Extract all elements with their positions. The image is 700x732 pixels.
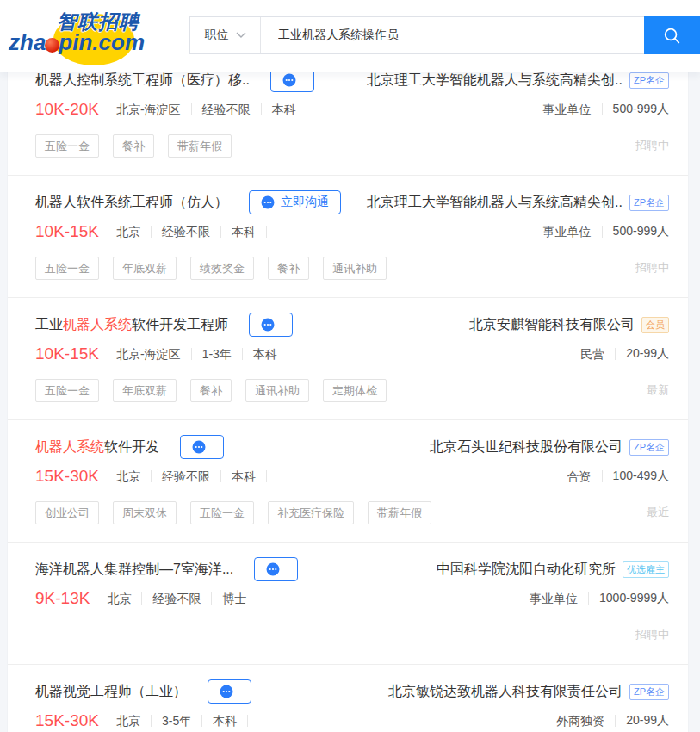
benefit-tag: 带薪年假: [168, 134, 232, 158]
job-meta: 北京经验不限本科: [106, 226, 267, 238]
job-title[interactable]: 机器人控制系统工程师（医疗）移..: [35, 71, 250, 90]
benefit-tag: 年底双薪: [113, 379, 177, 402]
chat-now-button[interactable]: [180, 435, 224, 459]
job-status: 招聘中: [635, 138, 669, 153]
job-listing: 机器视觉工程师（工业） 北京敏锐达致机器人科技有限责任公司 ZP名企 15K-3…: [8, 665, 688, 732]
chat-now-button[interactable]: 立即沟通: [249, 190, 341, 214]
company-type: 民营: [580, 348, 616, 360]
company-meta: 合资 100-499人: [567, 468, 669, 484]
company-badge: ZP名企: [629, 195, 669, 211]
salary: 9K-13K: [35, 589, 90, 608]
zhaopin-logo[interactable]: 智联招聘 zhapin.com: [9, 7, 159, 67]
search-input[interactable]: [261, 17, 644, 53]
company-badge: 优选雇主: [623, 561, 669, 578]
company-type: 事业单位: [543, 226, 603, 238]
job-title-text: 机器人控制系统工程师（医疗）移..: [35, 72, 250, 87]
job-meta-item: 本科: [202, 715, 248, 727]
results-card: 机器人控制系统工程师（医疗）移.. 北京理工大学智能机器人与系统高精尖创.. Z…: [7, 0, 689, 732]
salary: 15K-30K: [35, 467, 99, 486]
job-meta-item: 北京: [106, 226, 152, 238]
job-listing: 工业机器人系统软件开发工程师 北京安麒智能科技有限公司 会员 10K-15K 北…: [8, 298, 688, 420]
job-meta: 北京经验不限本科: [106, 470, 267, 482]
job-meta-item: 北京: [106, 470, 152, 482]
job-title-text: 海洋机器人集群控制—7室海洋...: [35, 561, 233, 576]
company-size: 500-999人: [613, 224, 669, 239]
company-badge: 会员: [641, 317, 669, 333]
company-meta: 事业单位 1000-9999人: [530, 591, 669, 606]
chat-now-button[interactable]: [254, 557, 298, 581]
company-size: 20-99人: [626, 713, 669, 729]
benefit-tags: 五险一金年底双薪餐补通讯补助定期体检: [35, 379, 400, 402]
benefit-tag: 定期体检: [323, 379, 387, 402]
benefit-tag: 餐补: [190, 379, 232, 402]
company-badge: ZP名企: [629, 72, 669, 89]
job-title-text: 工业: [35, 317, 63, 332]
benefit-tag: 五险一金: [35, 379, 99, 402]
benefit-tag: 通讯补助: [323, 257, 387, 280]
company-size: 1000-9999人: [599, 591, 669, 606]
benefit-tag: 年底双薪: [113, 257, 177, 280]
job-meta: 北京经验不限博士: [96, 592, 257, 605]
logo-domain-prefix: zha: [9, 29, 46, 56]
chat-bubble-icon: [220, 685, 233, 698]
benefit-tag: 通讯补助: [245, 379, 309, 402]
company-meta: 外商独资 20-99人: [556, 713, 669, 729]
job-title[interactable]: 机器人系统软件开发: [35, 438, 159, 456]
job-meta: 北京3-5年本科: [106, 715, 248, 727]
benefit-tags: 创业公司周末双休五险一金补充医疗保险带薪年假: [35, 501, 445, 524]
chevron-down-icon: [236, 32, 246, 39]
benefit-tag: 补充医疗保险: [268, 501, 354, 524]
search-category-label: 职位: [205, 28, 229, 43]
benefit-tag: 五险一金: [190, 501, 254, 524]
job-title-text: 机器人软件系统工程师（仿人）: [35, 195, 228, 209]
company-name[interactable]: 北京理工大学智能机器人与系统高精尖创..: [367, 194, 623, 212]
benefit-tag: 带薪年假: [368, 501, 431, 524]
logo-domain-text: zhapin.com: [9, 29, 145, 56]
salary: 15K-30K: [35, 711, 99, 730]
chat-bubble-icon: [282, 73, 296, 87]
job-title[interactable]: 海洋机器人集群控制—7室海洋...: [35, 561, 233, 579]
company-type: 事业单位: [530, 592, 589, 605]
job-listing: 机器人软件系统工程师（仿人） 立即沟通 北京理工大学智能机器人与系统高精尖创..…: [8, 176, 688, 298]
site-header: 智联招聘 zhapin.com 职位: [0, 0, 700, 72]
benefit-tags: 五险一金年底双薪绩效奖金餐补通讯补助: [35, 257, 400, 280]
search-bar: 职位: [189, 16, 700, 54]
salary: 10K-15K: [35, 344, 99, 363]
search-button[interactable]: [644, 16, 700, 54]
salary: 10K-15K: [35, 222, 99, 241]
chat-now-button[interactable]: [208, 679, 251, 704]
company-name[interactable]: 中国科学院沈阳自动化研究所: [437, 561, 616, 579]
job-meta-item: 北京-海淀区: [106, 103, 192, 115]
company-name[interactable]: 北京理工大学智能机器人与系统高精尖创..: [367, 71, 623, 90]
company-name[interactable]: 北京敏锐达致机器人科技有限责任公司: [388, 683, 623, 701]
job-meta-item: 经验不限: [142, 592, 212, 605]
logo-domain-suffix: pin.com: [59, 29, 145, 56]
job-title[interactable]: 工业机器人系统软件开发工程师: [35, 316, 228, 334]
job-meta-item: 本科: [243, 348, 288, 360]
job-title[interactable]: 机器人软件系统工程师（仿人）: [35, 194, 228, 212]
job-status: 招聘中: [635, 260, 669, 276]
company-type: 事业单位: [543, 103, 603, 115]
job-title-text: 软件开发: [104, 439, 159, 454]
job-meta: 北京-海淀区经验不限本科: [106, 103, 307, 115]
company-badge: ZP名企: [629, 439, 669, 456]
benefit-tag: 创业公司: [35, 501, 99, 524]
magnifier-icon: [662, 26, 682, 46]
job-meta-item: 1-3年: [192, 348, 243, 360]
job-meta-item: 北京-海淀区: [106, 348, 192, 360]
job-meta-item: 博士: [212, 592, 257, 605]
job-title[interactable]: 机器视觉工程师（工业）: [35, 683, 187, 701]
job-listing: 海洋机器人集群控制—7室海洋... 中国科学院沈阳自动化研究所 优选雇主 9K-…: [8, 543, 688, 665]
job-meta-item: 3-5年: [152, 715, 202, 727]
company-type: 合资: [567, 470, 603, 482]
job-status: 最新: [647, 382, 669, 398]
company-meta: 事业单位 500-999人: [543, 224, 669, 239]
chat-bubble-icon: [261, 318, 275, 332]
search-category-dropdown[interactable]: 职位: [190, 17, 261, 53]
chat-now-button[interactable]: [249, 313, 293, 337]
job-meta-item: 北京: [96, 592, 142, 605]
job-title-keyword: 机器人系统: [35, 439, 104, 454]
company-name[interactable]: 北京安麒智能科技有限公司: [469, 316, 635, 334]
company-name[interactable]: 北京石头世纪科技股份有限公司: [430, 438, 623, 456]
benefit-tag: 周末双休: [113, 501, 177, 524]
